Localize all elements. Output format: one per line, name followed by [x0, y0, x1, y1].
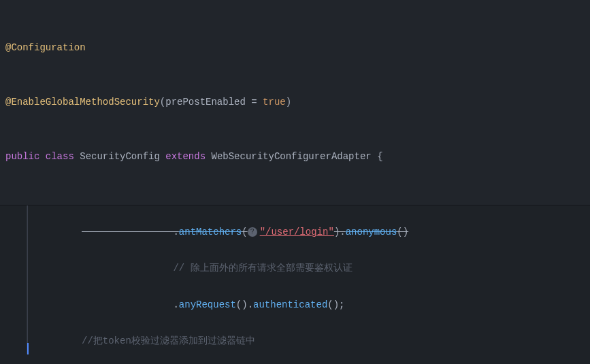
code-line[interactable]: .anyRequest().authenticated();	[82, 296, 590, 314]
sticky-scroll-header[interactable]: @Configuration @EnableGlobalMethodSecuri…	[0, 0, 590, 205]
code-body[interactable]: .antMatchers(?"/user/login").anonymous()…	[82, 205, 590, 364]
header-line-3: public class SecurityConfig extends WebS…	[5, 148, 585, 166]
code-line[interactable]: // 除上面外的所有请求全部需要鉴权认证	[82, 259, 590, 278]
annotation-enable-security: @EnableGlobalMethodSecurity	[5, 97, 160, 107]
url-literal[interactable]: "/user/login"	[260, 227, 334, 237]
header-line-1: @Configuration	[5, 39, 585, 57]
header-line-2: @EnableGlobalMethodSecurity(prePostEnabl…	[5, 93, 585, 112]
code-line[interactable]: //把token校验过滤器添加到过滤器链中	[82, 332, 590, 350]
super-class: WebSecurityConfigurerAdapter	[211, 151, 377, 162]
code-line[interactable]: .antMatchers(?"/user/login").anonymous()	[82, 223, 590, 242]
class-name: SecurityConfig	[80, 151, 165, 162]
code-editor[interactable]: @Configuration @EnableGlobalMethodSecuri…	[0, 0, 590, 364]
bottom-peek-line: public AuthenticationManager authenticat…	[0, 354, 590, 364]
gutter-hint-icon[interactable]: ?	[248, 227, 257, 237]
code-area[interactable]: .antMatchers(?"/user/login").anonymous()…	[0, 205, 590, 364]
comment: // 除上面外的所有请求全部需要鉴权认证	[82, 263, 353, 274]
fold-gutter[interactable]	[27, 205, 82, 364]
annotation-configuration: @Configuration	[5, 42, 86, 53]
line-number-gutter[interactable]	[0, 205, 27, 364]
comment: //把token校验过滤器添加到过滤器链中	[82, 335, 255, 346]
